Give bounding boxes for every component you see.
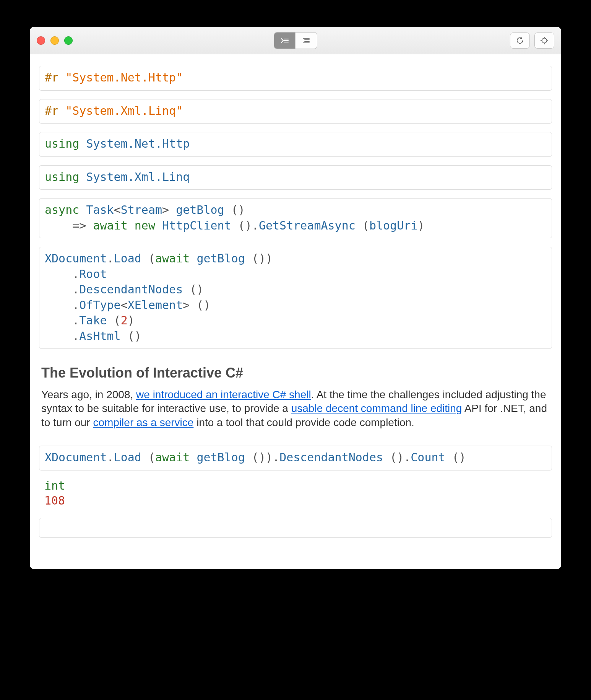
code-cell[interactable]: async Task<Stream> getBlog () => await n… bbox=[39, 198, 552, 238]
article-title: The Evolution of Interactive C# bbox=[41, 365, 550, 381]
type: XDocument bbox=[45, 451, 107, 464]
target-button[interactable] bbox=[534, 33, 554, 49]
minimize-icon[interactable] bbox=[50, 36, 59, 45]
code-cell[interactable]: #r "System.Xml.Linq" bbox=[39, 99, 552, 124]
article-paragraph: Years ago, in 2008, we introduced an int… bbox=[41, 388, 550, 430]
code-cell[interactable]: XDocument.Load (await getBlog ()).Descen… bbox=[39, 446, 552, 470]
code-cell[interactable]: using System.Xml.Linq bbox=[39, 165, 552, 190]
method-name: getBlog bbox=[176, 203, 224, 217]
keyword: await bbox=[155, 451, 190, 464]
method-name: getBlog bbox=[196, 451, 245, 464]
type: Stream bbox=[121, 203, 162, 217]
member: Root bbox=[79, 267, 107, 281]
notebook-content: #r "System.Net.Http" #r "System.Xml.Linq… bbox=[30, 54, 561, 569]
method-name: AsHtml bbox=[79, 329, 120, 343]
namespace: System.Xml.Linq bbox=[86, 170, 190, 184]
article-link[interactable]: compiler as a service bbox=[93, 417, 193, 428]
method-name: OfType bbox=[79, 298, 120, 312]
type: XDocument bbox=[45, 252, 107, 265]
keyword: using bbox=[45, 170, 79, 184]
keyword: new bbox=[135, 219, 155, 232]
window-controls bbox=[37, 36, 73, 45]
repl-view-button[interactable] bbox=[274, 33, 296, 49]
code-cell[interactable]: XDocument.Load (await getBlog ()) .Root … bbox=[39, 247, 552, 349]
method-name: Count bbox=[411, 451, 445, 464]
view-mode-segment bbox=[274, 32, 317, 49]
keyword: await bbox=[155, 252, 190, 265]
keyword: async bbox=[45, 203, 79, 217]
namespace: System.Net.Http bbox=[86, 137, 190, 150]
number-literal: 2 bbox=[121, 314, 128, 327]
type: Task bbox=[86, 203, 114, 217]
reload-button[interactable] bbox=[510, 33, 530, 49]
method-name: Take bbox=[79, 314, 107, 327]
preprocessor-directive: #r bbox=[45, 104, 58, 117]
code-cell[interactable]: using System.Net.Http bbox=[39, 132, 552, 157]
string-literal: "System.Xml.Linq" bbox=[65, 104, 183, 117]
close-icon[interactable] bbox=[37, 36, 45, 45]
method-name: Load bbox=[114, 451, 141, 464]
article-link[interactable]: we introduced an interactive C# shell bbox=[136, 389, 311, 400]
keyword: await bbox=[93, 219, 127, 232]
toolbar-right bbox=[510, 33, 554, 49]
outline-view-button[interactable] bbox=[296, 33, 317, 49]
article-link[interactable]: usable decent command line editing bbox=[291, 402, 462, 414]
titlebar bbox=[30, 27, 561, 54]
keyword: using bbox=[45, 137, 79, 150]
code-cell-empty[interactable] bbox=[39, 518, 552, 538]
html-output: The Evolution of Interactive C# Years ag… bbox=[39, 357, 552, 434]
string-literal: "System.Net.Http" bbox=[65, 71, 183, 84]
result-output: int 108 bbox=[39, 477, 552, 508]
method-name: DescendantNodes bbox=[79, 283, 183, 296]
code-cell[interactable]: #r "System.Net.Http" bbox=[39, 66, 552, 91]
identifier: blogUri bbox=[369, 219, 417, 232]
type: XElement bbox=[128, 298, 183, 312]
zoom-icon[interactable] bbox=[64, 36, 73, 45]
result-value: 108 bbox=[44, 493, 547, 508]
result-type: int bbox=[44, 478, 547, 493]
method-name: GetStreamAsync bbox=[259, 219, 356, 232]
type: HttpClient bbox=[162, 219, 231, 232]
method-name: DescendantNodes bbox=[279, 451, 383, 464]
preprocessor-directive: #r bbox=[45, 71, 58, 84]
app-window: #r "System.Net.Http" #r "System.Xml.Linq… bbox=[30, 27, 561, 569]
method-name: Load bbox=[114, 252, 141, 265]
svg-point-7 bbox=[542, 38, 547, 43]
method-name: getBlog bbox=[196, 252, 245, 265]
